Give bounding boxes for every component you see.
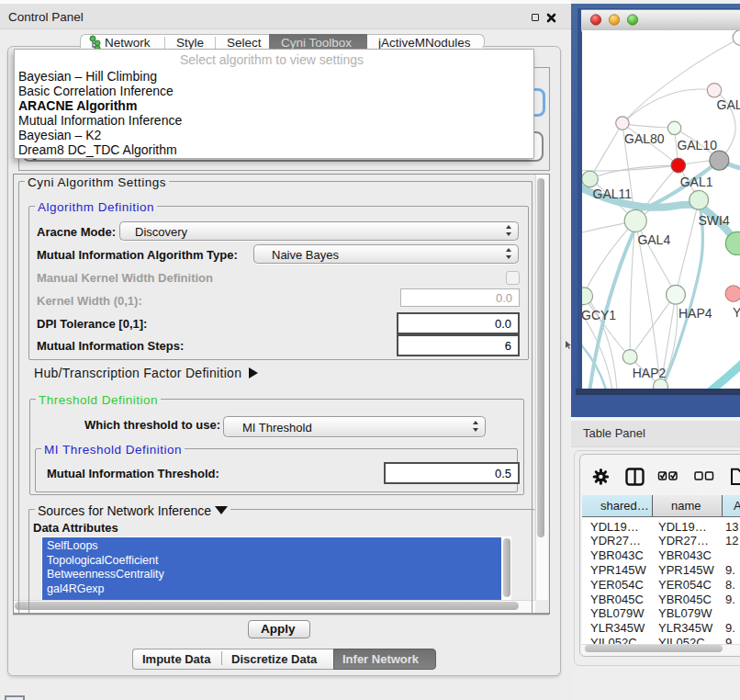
svg-text:GCY1: GCY1 [582, 308, 616, 322]
svg-text:GAL80: GAL80 [624, 131, 665, 146]
svg-text:HAP4: HAP4 [678, 306, 712, 321]
svg-text:GAL1: GAL1 [679, 175, 712, 189]
svg-text:HAP2: HAP2 [632, 366, 666, 380]
svg-text:GAL4: GAL4 [637, 232, 670, 247]
svg-text:SWI4: SWI4 [698, 213, 729, 228]
svg-text:GAL11: GAL11 [592, 186, 632, 201]
svg-text:GAL10: GAL10 [677, 138, 717, 152]
svg-text:GAL7: GAL7 [716, 97, 740, 112]
svg-text:Y: Y [733, 305, 740, 320]
